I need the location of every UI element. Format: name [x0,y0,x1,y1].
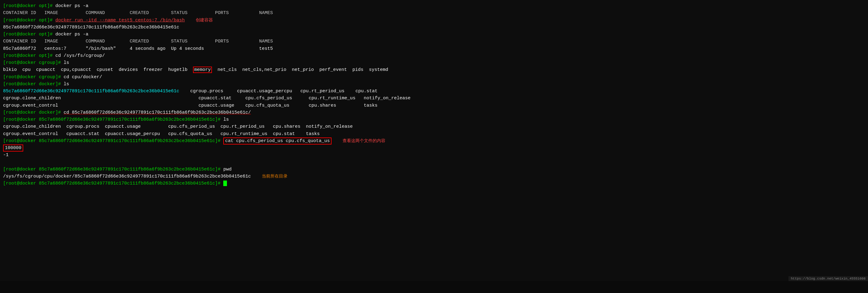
line-14: cgroup.clone_children cpuacct.stat cpu.c… [3,95,865,102]
cmd-17: ls [223,117,229,122]
ls-container-2: cgroup.event_control cpuacct.stat cpuacc… [3,131,320,137]
line-7: 85c7a6860f72 centos:7 "/bin/bash" 4 seco… [3,45,865,52]
annotation-cat-files: 查看这两个文件的内容 [343,138,385,143]
line-13: 85c7a6860f72d66e36c924977891c170c111fb86… [3,88,865,95]
line-15: cgroup.event_control cpuacct.usage cpu.c… [3,102,865,109]
cmd-11: cd cpu/docker/ [64,74,102,80]
line-11: [root@docker cgroup]# cd cpu/docker/ [3,74,865,80]
memory-highlight: memory [193,67,212,73]
line-6: CONTAINER ID IMAGE COMMAND CREATED STATU… [3,38,865,45]
prompt-11: [root@docker cgroup]# [3,74,64,80]
ls-docker-3: cgroup.event_control cpuacct.usage cpu.c… [3,103,377,108]
line-20: [root@docker 85c7a6860f72d66e36c92497789… [3,137,865,144]
container-id-full: 85c7a6860f72d66e36c924977891c170c111fb86… [3,25,179,30]
line-16: [root@docker docker]# cd 85c7a6860f72d66… [3,109,865,116]
prompt-16: [root@docker docker]# [3,110,64,115]
cmd-24: pwd [223,167,231,172]
prompt-17: [root@docker 85c7a6860f72d66e36c92497789… [3,117,223,122]
line-25: /sys/fs/cgroup/cpu/docker/85c7a6860f72d6… [3,173,865,180]
annotation-current-dir: 当前所在目录 [262,174,287,179]
line-26: [root@docker 85c7a6860f72d66e36c92497789… [3,180,865,187]
line-18: cgroup.clone_children cgroup.procs cpuac… [3,123,865,130]
cursor [223,181,227,186]
prompt-24: [root@docker 85c7a6860f72d66e36c92497789… [3,167,223,172]
line-24: [root@docker 85c7a6860f72d66e36c92497789… [3,166,865,173]
ls-container-1: cgroup.clone_children cgroup.procs cpuac… [3,124,353,129]
line-5: [root@docker opt]# docker ps -a [3,31,865,38]
line-10: blkio cpu cpuacct cpu,cpuacct cpuset dev… [3,66,865,73]
bottom-url-bar: https://blog.csdn.net/weixin_45551608 [788,276,868,281]
value-100000-boxed: 100000 [3,144,23,152]
ls-cgroup: blkio cpu cpuacct cpu,cpuacct cpuset dev… [3,67,193,72]
pwd-output: /sys/fs/cgroup/cpu/docker/85c7a6860f72d6… [3,174,251,179]
line-8: [root@docker opt]# cd /sys/fs/cgroup/ [3,52,865,59]
final-prompt: [root@docker 85c7a6860f72d66e36c92497789… [3,181,223,186]
line-2: CONTAINER ID IMAGE COMMAND CREATED STATU… [3,9,865,17]
line-21: 100000 [3,144,865,152]
table-row-1: 85c7a6860f72 centos:7 "/bin/bash" 4 seco… [3,46,273,51]
line-23 [3,159,865,166]
cat-cmd-boxed: cat cpu.cfs_period_us cpu.cfs_quota_us [223,137,332,144]
annotation-create-container: 创建容器 [196,18,213,23]
ls-docker-1-rest: cgroup.procs cpuacct.usage_percpu cpu.rt… [179,89,377,94]
value-minus1: -1 [3,153,8,158]
prompt-5: [root@docker opt]# [3,32,55,37]
terminal: [root@docker opt]# docker ps -a CONTAINE… [0,0,868,281]
cmd-8: cd /sys/fs/cgroup/ [55,53,105,58]
cmd-1: docker ps -a [55,3,88,8]
cmd-12: ls [64,82,69,87]
line-3: [root@docker opt]# docker run -itd --nam… [3,17,865,24]
prompt-20: [root@docker 85c7a6860f72d66e36c92497789… [3,138,223,143]
cmd-5: docker ps -a [55,32,88,37]
line-9: [root@docker cgroup]# ls [3,59,865,66]
cmd-3: docker run -itd --name test5 centos:7 /b… [55,18,185,23]
url-text: https://blog.csdn.net/weixin_45551608 [791,277,866,281]
line-22: -1 [3,152,865,159]
prompt-8: [root@docker opt]# [3,53,55,58]
ls-docker-1: 85c7a6860f72d66e36c924977891c170c111fb86… [3,89,179,94]
line-19: cgroup.event_control cpuacct.stat cpuacc… [3,130,865,137]
line-1: [root@docker opt]# docker ps -a [3,2,865,9]
prompt-9: [root@docker cgroup]# [3,60,64,65]
cmd-9: ls [64,60,69,65]
ls-cgroup-rest: net_cls net_cls,net_prio net_prio perf_e… [212,67,388,72]
table-header-1: CONTAINER ID IMAGE COMMAND CREATED STATU… [3,10,273,15]
table-header-2: CONTAINER ID IMAGE COMMAND CREATED STATU… [3,39,273,44]
prompt-12: [root@docker docker]# [3,82,64,87]
prompt-1: [root@docker opt]# [3,3,55,8]
ls-docker-2: cgroup.clone_children cpuacct.stat cpu.c… [3,96,410,101]
line-12: [root@docker docker]# ls [3,80,865,88]
line-17: [root@docker 85c7a6860f72d66e36c92497789… [3,116,865,123]
cmd-16: cd 85c7a6860f72d66e36c924977891c170c111f… [64,110,251,115]
prompt-3: [root@docker opt]# [3,18,55,23]
line-4: 85c7a6860f72d66e36c924977891c170c111fb86… [3,24,865,31]
